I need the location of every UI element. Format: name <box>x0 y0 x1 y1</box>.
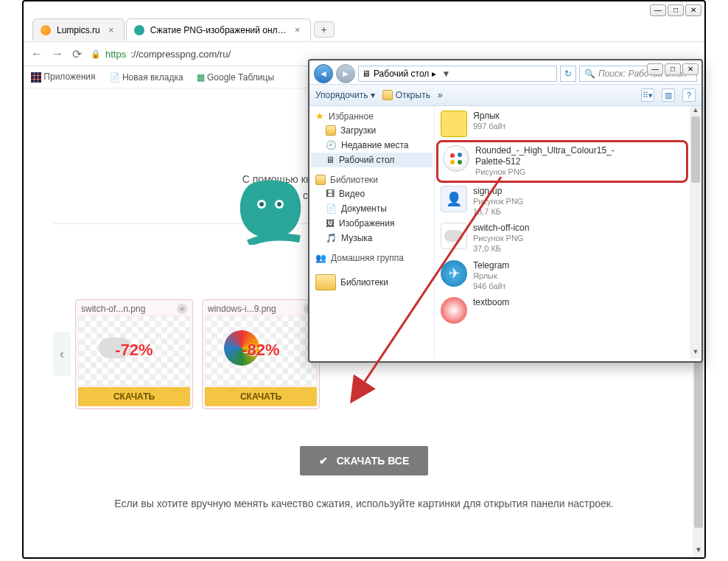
bookmark-apps[interactable]: Приложения <box>31 72 96 83</box>
window-maximize-button[interactable]: □ <box>668 4 684 16</box>
path-dropdown-icon[interactable]: ▼ <box>439 69 452 79</box>
sidebar-item-recent[interactable]: 🕘Недавние места <box>311 138 433 153</box>
file-explorer-window: — □ ✕ ◄ ► 🖥 Рабочий стол ▸ ▼ ↻ 🔍 Поиск: … <box>308 59 703 363</box>
svg-point-8 <box>450 160 455 164</box>
sidebar-item-video[interactable]: 🎞Видео <box>311 187 433 201</box>
file-item[interactable]: switch-off-iconРисунок PNG37,0 КБ <box>436 220 688 257</box>
telegram-icon: ✈ <box>449 265 460 282</box>
signup-icon: 👤 <box>446 191 462 207</box>
url-box[interactable]: 🔒 https://compresspng.com/ru/ <box>91 49 231 60</box>
folder-icon <box>382 90 393 100</box>
explorer-file-list: Ярлык997 байт Rounded_-_High_Ultra_Colou… <box>435 106 701 358</box>
tab-compresspng[interactable]: Сжатие PNG-изображений онл… × <box>126 18 311 41</box>
tab-strip: Lumpics.ru × Сжатие PNG-изображений онл…… <box>24 18 704 41</box>
explorer-back-button[interactable]: ◄ <box>314 64 333 83</box>
sidebar-item-pictures[interactable]: 🖼Изображения <box>311 216 433 231</box>
libraries-icon <box>315 175 326 185</box>
nav-back-icon[interactable]: ← <box>31 47 43 60</box>
sidebar-favorites[interactable]: ★Избранное <box>311 109 433 123</box>
sidebar-item-downloads[interactable]: Загрузки <box>311 123 433 138</box>
view-options-button[interactable]: ⠿▾ <box>641 88 654 102</box>
pictures-icon: 🖼 <box>326 218 335 229</box>
homegroup-icon: 👥 <box>315 253 326 263</box>
result-card: switch-of...n.png × -72% СКАЧАТЬ <box>75 299 193 409</box>
svg-point-3 <box>277 202 281 206</box>
search-icon: 🔍 <box>584 69 595 79</box>
card-filename: windows-i...9.png <box>208 304 276 314</box>
tab-lumpics[interactable]: Lumpics.ru × <box>32 18 125 41</box>
sidebar-item-music[interactable]: 🎵Музыка <box>311 231 433 245</box>
tab-close-icon[interactable]: × <box>106 25 116 35</box>
star-icon: ★ <box>315 111 324 122</box>
toolbar-organize-button[interactable]: Упорядочить ▾ <box>315 90 375 100</box>
apps-icon <box>31 72 41 83</box>
download-all-button[interactable]: ✔ СКАЧАТЬ ВСЕ <box>300 446 428 475</box>
bookmark-sheets[interactable]: ▦ Google Таблицы <box>197 72 274 83</box>
note-text: Если вы хотите вручную менять качество с… <box>53 498 675 509</box>
window-minimize-button[interactable]: — <box>650 4 666 16</box>
desktop-icon: 🖥 <box>362 69 371 79</box>
svg-point-2 <box>259 202 264 206</box>
sidebar-homegroup[interactable]: 👥Домашняя группа <box>311 251 433 265</box>
toolbar-open-button[interactable]: Открыть <box>382 90 430 100</box>
result-card: windows-i...9.png × -82% СКАЧАТЬ <box>202 299 320 409</box>
explorer-minimize-button[interactable]: — <box>647 63 663 75</box>
scroll-down-icon[interactable]: ▼ <box>691 348 700 358</box>
file-item[interactable]: textboom <box>436 294 688 327</box>
nav-forward-icon[interactable]: → <box>52 47 63 60</box>
explorer-close-button[interactable]: ✕ <box>682 63 699 75</box>
explorer-forward-button[interactable]: ► <box>336 64 355 83</box>
svg-point-7 <box>458 160 462 164</box>
desktop-icon: 🖥 <box>326 155 335 165</box>
explorer-path-box[interactable]: 🖥 Рабочий стол ▸ ▼ <box>358 66 557 82</box>
explorer-refresh-button[interactable]: ↻ <box>560 66 576 82</box>
sidebar-item-documents[interactable]: 📄Документы <box>311 201 433 216</box>
file-item[interactable]: ✈ TelegramЯрлык946 байт <box>436 257 688 295</box>
switch-icon <box>444 230 463 242</box>
card-thumbnail[interactable]: -82% <box>205 316 317 386</box>
file-item[interactable]: 👤 sign-upРисунок PNG18,7 КБ <box>436 183 688 220</box>
svg-point-5 <box>450 153 455 158</box>
file-list-scrollbar[interactable]: ▲ ▼ <box>690 106 701 358</box>
nav-reload-icon[interactable]: ⟳ <box>72 47 82 61</box>
scroll-thumb[interactable] <box>691 116 700 183</box>
card-remove-icon[interactable]: × <box>177 304 187 314</box>
preview-pane-button[interactable]: ▥ <box>662 88 675 102</box>
bookmark-newtab[interactable]: 📄 Новая вкладка <box>109 72 183 83</box>
explorer-maximize-button[interactable]: □ <box>665 63 681 75</box>
card-filename: switch-of...n.png <box>81 304 145 314</box>
explorer-toolbar: Упорядочить ▾ Открыть » ⠿▾ ▥ ? <box>309 84 701 106</box>
help-button[interactable]: ? <box>682 88 696 102</box>
palette-icon <box>447 149 466 168</box>
tab-label: Сжатие PNG-изображений онл… <box>150 25 287 35</box>
window-close-button[interactable]: ✕ <box>685 4 701 16</box>
sidebar-item-desktop[interactable]: 🖥Рабочий стол <box>311 153 433 167</box>
scroll-up-icon[interactable]: ▲ <box>691 106 700 116</box>
chevron-right-icon[interactable]: ▸ <box>432 69 436 79</box>
svg-point-6 <box>458 153 462 157</box>
svg-point-4 <box>447 150 465 167</box>
sidebar-libraries-bottom[interactable]: Библиотеки <box>311 272 433 293</box>
favicon-icon <box>134 25 144 35</box>
site-logo <box>230 178 311 245</box>
card-download-button[interactable]: СКАЧАТЬ <box>205 387 317 406</box>
explorer-address-bar: ◄ ► 🖥 Рабочий стол ▸ ▼ ↻ 🔍 Поиск: Рабочи… <box>314 63 697 84</box>
file-item-selected[interactable]: Rounded_-_High_Ultra_Colour15_-Palette-5… <box>436 140 688 183</box>
file-item[interactable]: Ярлык997 байт <box>436 108 688 140</box>
carousel-prev-button[interactable]: ‹ <box>53 332 71 376</box>
tab-close-icon[interactable]: × <box>293 25 303 35</box>
path-segment[interactable]: Рабочий стол <box>374 69 429 79</box>
toolbar-more-button[interactable]: » <box>438 90 443 100</box>
folder-icon <box>326 125 336 136</box>
recent-icon: 🕘 <box>326 140 337 150</box>
card-download-button[interactable]: СКАЧАТЬ <box>78 387 190 406</box>
new-tab-button[interactable]: + <box>314 21 335 38</box>
sidebar-libraries[interactable]: Библиотеки <box>311 173 433 187</box>
url-path: ://compresspng.com/ru/ <box>130 49 231 60</box>
folder-icon <box>315 274 336 290</box>
scroll-down-icon[interactable]: ▼ <box>694 546 703 557</box>
card-thumbnail[interactable]: -72% <box>78 316 190 386</box>
tab-label: Lumpics.ru <box>57 25 100 35</box>
documents-icon: 📄 <box>326 203 337 214</box>
lock-icon: 🔒 <box>91 49 101 59</box>
